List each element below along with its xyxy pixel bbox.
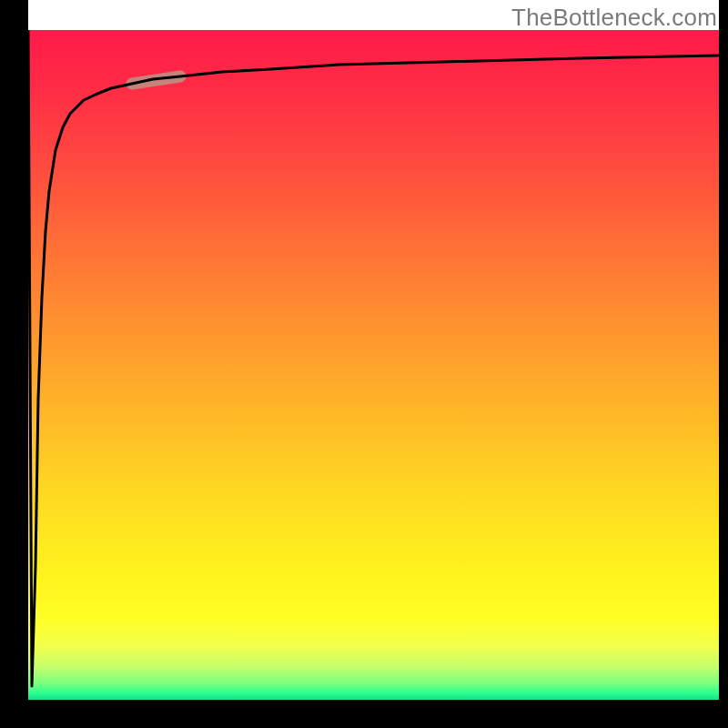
axes-frame xyxy=(0,0,728,728)
watermark-text: TheBottleneck.com xyxy=(511,4,717,32)
chart-stage: TheBottleneck.com xyxy=(0,0,728,728)
